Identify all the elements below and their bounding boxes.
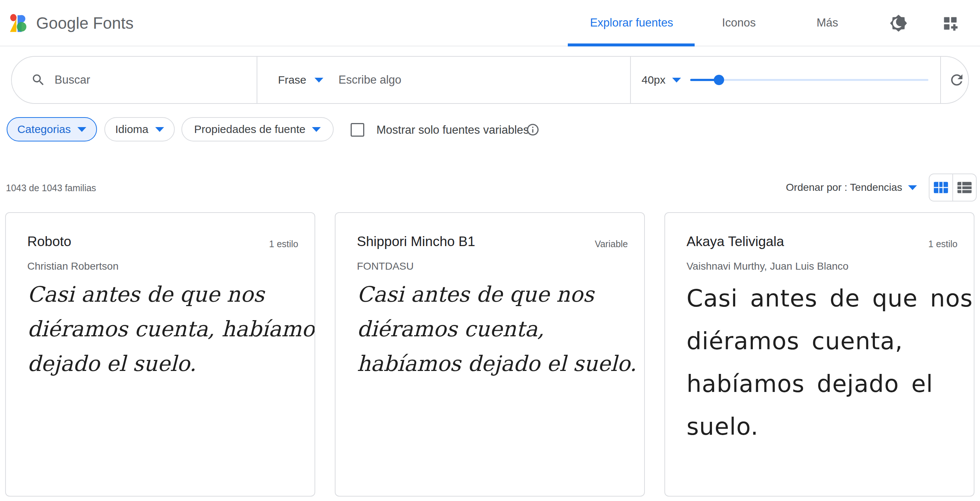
dropdown-arrow-icon — [312, 127, 321, 132]
brand[interactable]: Google Fonts — [10, 0, 134, 46]
search-icon — [31, 57, 46, 103]
font-designer: Christian Robertson — [27, 260, 298, 273]
refresh-icon — [948, 71, 965, 89]
slider-track — [690, 79, 928, 81]
grid-plus-icon — [942, 16, 958, 31]
dropdown-arrow-icon — [78, 127, 86, 132]
chip-label: Propiedades de fuente — [194, 123, 305, 136]
font-size-value: 40px — [641, 74, 665, 86]
variable-fonts-label: Mostrar solo fuentes variables — [377, 123, 529, 137]
dark-mode-toggle-button[interactable] — [889, 14, 908, 32]
search-input[interactable] — [54, 73, 246, 87]
font-name: Akaya Telivigala — [687, 233, 784, 250]
font-style-badge: 1 estilo — [928, 239, 958, 249]
filter-chip-propiedades-de-fuente[interactable]: Propiedades de fuente — [181, 117, 334, 141]
slider-thumb[interactable] — [714, 75, 724, 85]
dark-mode-icon — [889, 14, 908, 32]
font-preview-text: Casi antes de que nos diéramos cuenta, h… — [687, 277, 958, 448]
sort-by-label: Ordenar por : Tendencias — [786, 182, 902, 193]
dropdown-arrow-icon — [315, 78, 323, 82]
dropdown-arrow-icon — [908, 185, 917, 190]
tab-explorar-fuentes[interactable]: Explorar fuentes — [590, 0, 673, 46]
font-style-badge: 1 estilo — [269, 239, 298, 249]
font-preview-text: Casi antes de que nos diéramos cuenta, h… — [357, 277, 628, 381]
dropdown-arrow-icon — [672, 78, 681, 82]
grid-view-button[interactable] — [929, 174, 952, 201]
font-card-roboto[interactable]: Roboto 1 estilo Christian Robertson Casi… — [5, 212, 315, 496]
results-count: 1043 de 1043 familias — [6, 183, 96, 193]
toolbar-divider — [257, 57, 257, 103]
grid-view-icon — [932, 179, 950, 196]
font-card-akaya-telivigala[interactable]: Akaya Telivigala 1 estilo Vaishnavi Murt… — [664, 212, 974, 496]
list-view-button[interactable] — [952, 174, 976, 201]
card-header: Shippori Mincho B1 Variable — [357, 233, 628, 250]
font-style-badge: Variable — [595, 239, 628, 249]
logo-text: Google Fonts — [36, 14, 134, 32]
view-toggle — [929, 173, 977, 201]
sort-by-dropdown[interactable]: Ordenar por : Tendencias — [786, 181, 917, 194]
tab-iconos[interactable]: Iconos — [722, 0, 756, 46]
variable-fonts-checkbox[interactable] — [351, 123, 364, 137]
font-size-select[interactable]: 40px — [641, 57, 681, 103]
font-size-slider[interactable] — [690, 57, 928, 103]
selected-families-button[interactable] — [942, 16, 958, 31]
font-name: Roboto — [27, 233, 71, 250]
toolbar-divider — [630, 57, 631, 103]
filter-chip-idioma[interactable]: Idioma — [104, 117, 175, 141]
active-tab-underline — [568, 43, 695, 46]
card-header: Roboto 1 estilo — [27, 233, 298, 250]
font-preview-text: Casi antes de que nos diéramos cuenta, h… — [27, 277, 298, 381]
info-icon[interactable] — [526, 123, 540, 138]
search-toolbar: Frase 40px — [11, 56, 969, 104]
font-designer: Vaishnavi Murthy, Juan Luis Blanco — [687, 260, 958, 273]
font-designer: FONTDASU — [357, 260, 628, 273]
google-fonts-logo-icon — [10, 14, 29, 33]
preview-type-value: Frase — [278, 74, 306, 86]
chip-label: Idioma — [115, 123, 148, 136]
dropdown-arrow-icon — [155, 127, 164, 132]
font-card-shippori-mincho-b1[interactable]: Shippori Mincho B1 Variable FONTDASU Cas… — [335, 212, 645, 496]
preview-text-input[interactable] — [339, 73, 604, 87]
filter-chip-categorias[interactable]: Categorias — [6, 117, 97, 141]
chip-label: Categorias — [18, 123, 71, 136]
list-view-icon — [956, 179, 973, 196]
reset-button[interactable] — [948, 57, 965, 103]
header: Google Fonts Explorar fuentes Iconos Más — [0, 0, 980, 46]
tab-mas[interactable]: Más — [817, 0, 838, 46]
toolbar-divider — [940, 57, 941, 103]
font-name: Shippori Mincho B1 — [357, 233, 475, 250]
preview-type-select[interactable]: Frase — [278, 57, 323, 103]
card-header: Akaya Telivigala 1 estilo — [687, 233, 958, 250]
